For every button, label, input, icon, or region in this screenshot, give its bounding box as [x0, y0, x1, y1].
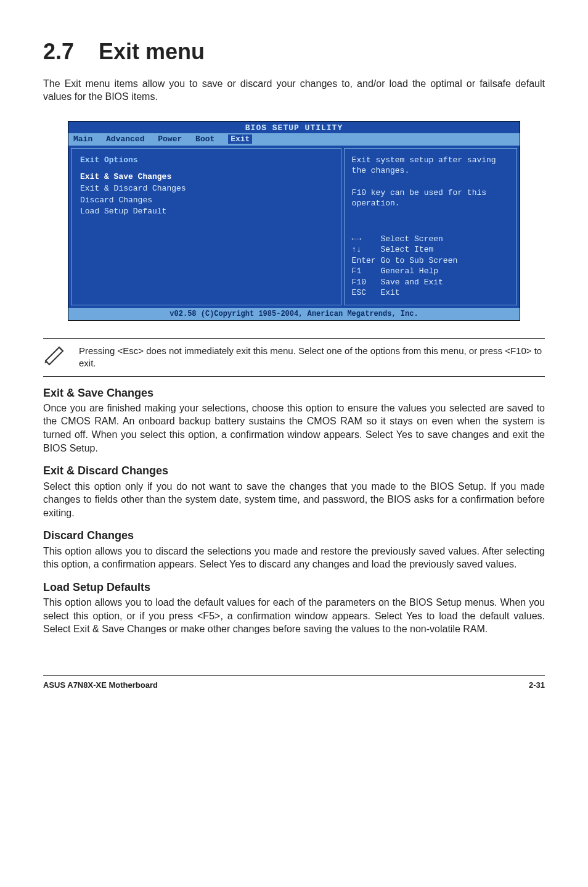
bios-right-pane: Exit system setup after saving the chang…	[344, 148, 517, 305]
bios-tab-advanced[interactable]: Advanced	[106, 134, 144, 144]
bios-tab-power[interactable]: Power	[158, 134, 182, 144]
bios-body: Exit Options Exit & Save Changes Exit & …	[68, 146, 520, 308]
sub-body-discard: This option allows you to discard the se…	[43, 545, 545, 571]
section-heading: 2.7 Exit menu	[43, 37, 545, 67]
section-number: 2.7	[43, 39, 74, 64]
section-title-text: Exit menu	[99, 39, 205, 64]
sub-heading-exit-save: Exit & Save Changes	[43, 386, 545, 400]
sub-heading-load-defaults: Load Setup Defaults	[43, 580, 545, 595]
bios-tab-exit[interactable]: Exit	[228, 134, 252, 144]
bios-help-text: Exit system setup after saving the chang…	[352, 155, 509, 209]
intro-paragraph: The Exit menu items allow you to save or…	[43, 77, 545, 104]
bios-key-select-item: ↑↓ Select Item	[352, 244, 509, 255]
sub-body-exit-discard: Select this option only if you do not wa…	[43, 480, 545, 520]
bios-tab-main[interactable]: Main	[73, 134, 92, 144]
footer-left: ASUS A7N8X-XE Motherboard	[43, 680, 158, 691]
bios-item-discard[interactable]: Discard Changes	[80, 195, 332, 206]
sub-body-exit-save: Once you are finished making your select…	[43, 402, 545, 455]
bios-copyright: v02.58 (C)Copyright 1985-2004, American …	[68, 308, 520, 320]
note-callout: Pressing <Esc> does not immediately exit…	[43, 338, 545, 377]
sub-heading-discard: Discard Changes	[43, 528, 545, 543]
bios-key-esc: ESC Exit	[352, 287, 509, 299]
bios-key-f1: F1 General Help	[352, 266, 509, 277]
bios-key-select-screen: ←→ Select Screen	[352, 234, 509, 245]
bios-left-heading: Exit Options	[80, 155, 332, 166]
sub-body-load-defaults: This option allows you to load the defau…	[43, 596, 545, 636]
svg-line-0	[59, 347, 63, 351]
bios-item-exit-discard[interactable]: Exit & Discard Changes	[80, 183, 332, 194]
bios-title: BIOS SETUP UTILITY	[68, 122, 520, 134]
sub-heading-exit-discard: Exit & Discard Changes	[43, 463, 545, 478]
bios-tab-boot[interactable]: Boot	[195, 134, 214, 144]
bios-item-exit-save[interactable]: Exit & Save Changes	[80, 171, 332, 183]
bios-key-f10: F10 Save and Exit	[352, 277, 509, 288]
bios-help-keys: ←→ Select Screen ↑↓ Select Item Enter Go…	[352, 234, 509, 299]
bios-window: BIOS SETUP UTILITY Main Advanced Power B…	[68, 121, 520, 321]
page-footer: ASUS A7N8X-XE Motherboard 2-31	[43, 675, 545, 691]
pencil-note-icon	[43, 345, 68, 366]
note-text: Pressing <Esc> does not immediately exit…	[79, 345, 545, 370]
bios-item-load-default[interactable]: Load Setup Default	[80, 206, 332, 217]
bios-menubar: Main Advanced Power Boot Exit	[68, 133, 520, 146]
bios-key-enter: Enter Go to Sub Screen	[352, 255, 509, 266]
footer-right: 2-31	[529, 680, 545, 691]
bios-left-pane: Exit Options Exit & Save Changes Exit & …	[71, 148, 341, 305]
